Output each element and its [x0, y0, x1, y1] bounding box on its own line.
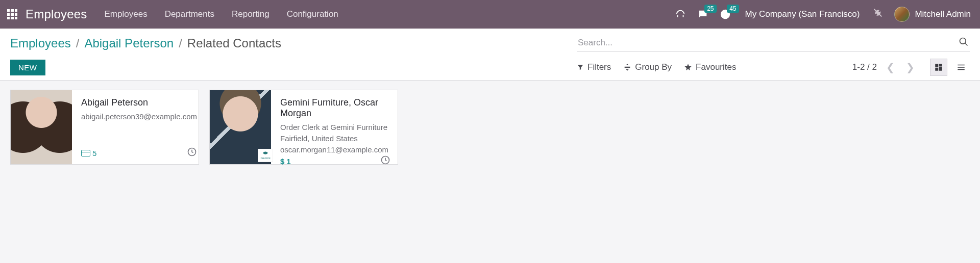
search-input[interactable] [578, 38, 959, 48]
filters-dropdown[interactable]: Filters [577, 62, 611, 72]
user-name: Mitchell Admin [915, 9, 971, 19]
search-bar[interactable] [577, 35, 970, 51]
crumb-sep-icon: / [76, 36, 80, 50]
kanban-view-button[interactable] [930, 59, 947, 76]
nav-employees[interactable]: Employees [105, 9, 148, 19]
contact-name: Gemini Furniture, Oscar Morgan [280, 97, 390, 119]
groupby-label: Group By [635, 62, 672, 72]
company-switcher[interactable]: My Company (San Francisco) [745, 9, 860, 19]
voip-icon[interactable] [675, 9, 686, 20]
activity-clock-icon[interactable] [187, 147, 197, 159]
nav-departments[interactable]: Departments [165, 9, 214, 19]
contact-location: Fairfield, United States [280, 133, 390, 144]
apps-launcher-icon[interactable] [7, 9, 17, 19]
favourites-dropdown[interactable]: Favourites [684, 62, 736, 72]
contact-email: oscar.morgan11@example.com [280, 144, 390, 155]
pager-counter[interactable]: 1-2 / 2 [852, 62, 877, 72]
contact-job: Order Clerk at Gemini Furniture [280, 122, 390, 133]
new-button[interactable]: NEW [10, 60, 45, 75]
pager-next-icon[interactable]: ❯ [904, 61, 917, 73]
credit-card-icon [81, 150, 90, 156]
user-avatar-icon [894, 7, 910, 22]
nav-configuration[interactable]: Configuration [287, 9, 338, 19]
nav-menu: Employees Departments Reporting Configur… [105, 9, 338, 19]
payment-methods-badge[interactable]: 5 [81, 149, 96, 157]
contact-card[interactable]: Gemini Gemini Furniture, Oscar Morgan Or… [209, 90, 398, 165]
list-view-button[interactable] [952, 59, 970, 76]
nav-reporting[interactable]: Reporting [232, 9, 270, 19]
contact-card[interactable]: Abigail Peterson abigail.peterson39@exam… [10, 90, 199, 165]
favourites-label: Favourites [696, 62, 736, 72]
crumb-parent[interactable]: Abigail Peterson [84, 36, 174, 50]
contact-email: abigail.peterson39@example.com [81, 111, 197, 122]
top-nav: Employees Employees Departments Reportin… [0, 0, 980, 29]
opportunities-badge[interactable]: $ 1 [280, 157, 291, 166]
messages-badge: 25 [704, 5, 716, 13]
dollar-icon: $ [280, 157, 284, 166]
activities-badge: 45 [727, 5, 739, 13]
opportunities-count: 1 [286, 157, 290, 166]
kanban-container: Abigail Peterson abigail.peterson39@exam… [0, 81, 980, 174]
groupby-dropdown[interactable]: Group By [623, 62, 672, 72]
contact-photo [11, 90, 72, 164]
crumb-current: Related Contacts [187, 36, 281, 50]
control-panel: Employees / Abigail Peterson / Related C… [0, 29, 980, 81]
debug-tools-icon[interactable] [872, 8, 883, 21]
activities-icon[interactable]: 45 [720, 9, 731, 20]
company-logo-icon: Gemini [258, 149, 273, 162]
activity-clock-icon[interactable] [380, 155, 390, 167]
contact-name: Abigail Peterson [81, 97, 197, 108]
systray: 25 45 [675, 9, 731, 20]
search-icon[interactable] [959, 37, 969, 49]
app-title: Employees [26, 7, 87, 21]
user-menu[interactable]: Mitchell Admin [894, 7, 971, 22]
filters-label: Filters [587, 62, 611, 72]
search-options: Filters Group By Favourites 1-2 / 2 ❮ ❯ [577, 59, 970, 76]
crumb-sep-icon: / [179, 36, 182, 50]
view-switcher [930, 59, 970, 76]
pager: 1-2 / 2 ❮ ❯ [852, 59, 970, 76]
pager-prev-icon[interactable]: ❮ [884, 61, 897, 73]
messages-icon[interactable]: 25 [697, 9, 708, 20]
crumb-employees[interactable]: Employees [10, 36, 71, 50]
payment-methods-count: 5 [92, 149, 96, 157]
breadcrumb: Employees / Abigail Peterson / Related C… [10, 36, 281, 50]
